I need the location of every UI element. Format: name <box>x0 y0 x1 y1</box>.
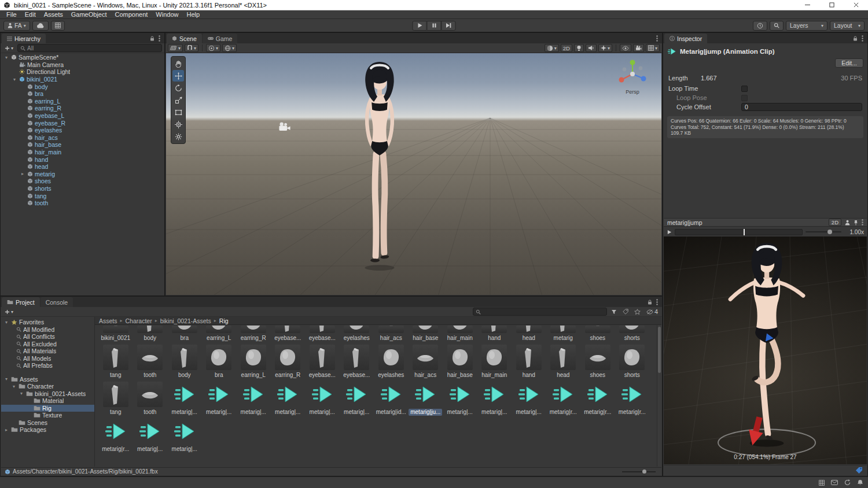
camera-settings-dropdown[interactable] <box>633 44 644 52</box>
refresh-icon[interactable] <box>844 479 851 486</box>
hierarchy-item-earring-l[interactable]: earring_L <box>1 98 164 105</box>
favorites-header[interactable]: ▾Favorites <box>1 319 94 326</box>
search-button[interactable] <box>770 21 784 31</box>
asset-metarig[interactable]: metarig|... <box>477 382 512 416</box>
asset-metarig[interactable]: metarig|... <box>271 382 306 416</box>
favorite-all-excluded[interactable]: All Excluded <box>1 341 94 348</box>
hierarchy-item-shoes[interactable]: shoes <box>1 178 164 185</box>
asset-metarig[interactable]: metarig|... <box>167 382 202 416</box>
grid-visibility-dropdown[interactable]: ▾ <box>168 44 183 52</box>
menu-assets[interactable]: Assets <box>40 10 67 19</box>
audio-toggle[interactable] <box>586 44 597 52</box>
asset-hair-main[interactable]: hair_main <box>443 326 477 342</box>
scale-tool[interactable] <box>172 94 184 106</box>
asset-hair-base[interactable]: hair_base <box>409 326 443 342</box>
create-menu-button[interactable]: ▾ <box>3 308 15 316</box>
asset-eyebase[interactable]: eyebase... <box>340 345 374 379</box>
asset-metarig[interactable]: metarig|... <box>167 419 202 453</box>
avatar-icon[interactable] <box>845 220 850 225</box>
preview-2d-toggle[interactable]: 2D <box>829 219 841 226</box>
favorite-all-prefabs[interactable]: All Prefabs <box>1 362 94 369</box>
hierarchy-item-tooth[interactable]: tooth <box>1 199 164 207</box>
cycle-offset-field[interactable]: 0 <box>741 103 862 111</box>
menu-file[interactable]: File <box>2 10 21 19</box>
hierarchy-item-bra[interactable]: bra <box>1 90 164 98</box>
tab-hierarchy[interactable]: Hierarchy <box>2 34 46 43</box>
menu-gameobject[interactable]: GameObject <box>67 10 111 19</box>
hierarchy-item-bikini-0021[interactable]: ▾bikini_0021 <box>1 76 164 83</box>
breadcrumb-assets[interactable]: Assets <box>99 317 117 324</box>
tab-scene[interactable]: Scene <box>167 34 202 43</box>
asset-hair-main[interactable]: hair_main <box>477 345 512 379</box>
loop-time-checkbox[interactable] <box>741 86 748 92</box>
create-menu-button[interactable]: ▾ <box>3 44 15 52</box>
menu-component[interactable]: Component <box>111 10 152 19</box>
snap-settings-dropdown[interactable]: ▾ <box>185 44 198 52</box>
projection-label[interactable]: Persp <box>626 89 639 95</box>
asset-earring-l[interactable]: earring_L <box>236 345 271 379</box>
project-folder-material[interactable]: Material <box>1 397 94 405</box>
loop-pose-checkbox[interactable] <box>741 95 748 101</box>
lock-icon[interactable] <box>648 300 652 305</box>
hierarchy-item-earring-r[interactable]: earring_R <box>1 105 164 112</box>
tab-project[interactable]: Project <box>2 297 40 307</box>
kebab-menu-icon[interactable] <box>862 35 863 42</box>
asset-bra[interactable]: bra <box>167 326 202 342</box>
asset-metarig-r[interactable]: metarig|r... <box>98 419 133 453</box>
asset-metarig[interactable]: metarig|... <box>512 382 546 416</box>
kebab-menu-icon[interactable] <box>862 219 863 225</box>
menu-edit[interactable]: Edit <box>21 10 40 19</box>
project-folder-rig[interactable]: Rig <box>1 405 94 412</box>
project-search-input[interactable] <box>473 308 607 316</box>
expand-arrow[interactable]: ▾ <box>3 320 9 325</box>
asset-metarig[interactable]: metarig|... <box>340 382 374 416</box>
pin-icon[interactable] <box>854 220 858 225</box>
animation-preview-viewport[interactable]: 0:27 (054.1%) Frame 27 <box>664 236 867 464</box>
transform-tool[interactable] <box>172 119 184 130</box>
minimize-button[interactable] <box>795 0 819 10</box>
hierarchy-item-hair-base[interactable]: hair_base <box>1 141 164 149</box>
maximize-button[interactable] <box>819 0 844 10</box>
lock-icon[interactable] <box>853 36 858 41</box>
asset-metarig[interactable]: metarig <box>546 326 581 342</box>
2d-toggle[interactable]: 2D <box>561 44 572 52</box>
hierarchy-item-main-camera[interactable]: Main Camera <box>1 61 164 69</box>
grid-icon[interactable] <box>819 480 825 486</box>
scene-character-model[interactable] <box>347 59 412 273</box>
hierarchy-item-hand[interactable]: hand <box>1 156 164 163</box>
mail-icon[interactable] <box>831 480 838 485</box>
hierarchy-item-metarig[interactable]: ▸metarig <box>1 171 164 178</box>
save-search-star-icon[interactable] <box>632 308 642 316</box>
tab-console[interactable]: Console <box>41 297 73 307</box>
play-button[interactable] <box>413 21 427 31</box>
asset-hand[interactable]: hand <box>477 326 512 342</box>
asset-shorts[interactable]: shorts <box>615 326 650 342</box>
expand-arrow[interactable]: ▾ <box>11 384 17 389</box>
hierarchy-item-eyebase-r[interactable]: eyebase_R <box>1 119 164 127</box>
asset-tang[interactable]: tang <box>98 345 133 379</box>
preview-timeline[interactable] <box>675 229 803 235</box>
lock-icon[interactable] <box>150 36 155 41</box>
kebab-menu-icon[interactable] <box>159 35 160 42</box>
hierarchy-item-tang[interactable]: tang <box>1 192 164 199</box>
hierarchy-item-hair-acs[interactable]: hair_acs <box>1 134 164 142</box>
scrollbar-thumb[interactable] <box>658 327 661 373</box>
scene-viewport[interactable]: Persp <box>166 53 661 295</box>
menu-window[interactable]: Window <box>152 10 182 19</box>
hierarchy-item-samplescene[interactable]: ▾SampleScene* <box>1 54 164 61</box>
asset-metarig-id[interactable]: metarig|id... <box>374 382 409 416</box>
favorite-all-models[interactable]: All Models <box>1 355 94 363</box>
asset-shorts[interactable]: shorts <box>615 345 650 379</box>
project-folder-scenes[interactable]: Scenes <box>1 419 94 427</box>
hierarchy-item-head[interactable]: head <box>1 163 164 171</box>
asset-tooth[interactable]: tooth <box>133 345 168 379</box>
search-by-label-icon[interactable] <box>621 308 630 316</box>
project-folder-texture[interactable]: Texture <box>1 412 94 419</box>
lighting-toggle[interactable] <box>574 44 584 52</box>
close-button[interactable] <box>844 0 868 10</box>
hierarchy-search-input[interactable]: All <box>17 44 162 52</box>
asset-metarig-ju[interactable]: metarig|ju... <box>409 382 443 416</box>
asset-body[interactable]: body <box>167 345 202 379</box>
scene-visibility-toggle[interactable] <box>620 44 631 52</box>
hierarchy-item-directional-light[interactable]: Directional Light <box>1 68 164 76</box>
